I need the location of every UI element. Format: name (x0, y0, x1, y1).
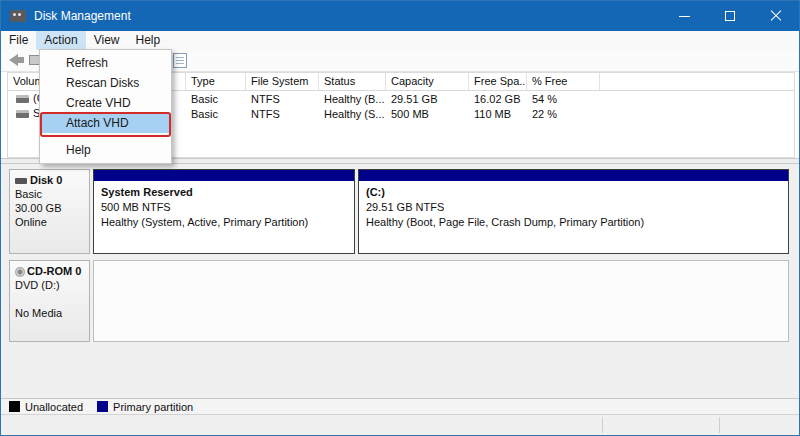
cdrom0-media-area[interactable] (93, 260, 789, 342)
volume-icon (16, 95, 29, 103)
column-header-pct-free[interactable]: % Free (527, 73, 600, 90)
partition-size: 29.51 GB NTFS (366, 200, 781, 215)
partition-status: Healthy (System, Active, Primary Partiti… (101, 215, 347, 230)
properties-icon[interactable] (173, 53, 187, 68)
volume-file-system: NTFS (246, 108, 319, 120)
menu-item-create-vhd[interactable]: Create VHD (40, 93, 171, 113)
cdrom0-label[interactable]: CD-ROM 0 DVD (D:) No Media (9, 260, 90, 342)
menu-item-attach-vhd[interactable]: Attach VHD (40, 113, 171, 133)
disk-status: No Media (15, 306, 84, 320)
partition-size: 500 MB NTFS (101, 200, 347, 215)
volume-status: Healthy (S... (319, 108, 386, 120)
maximize-button[interactable] (707, 1, 753, 31)
disk0-label[interactable]: Disk 0 Basic 30.00 GB Online (9, 169, 90, 254)
window-controls (661, 1, 799, 31)
disk-status: Online (15, 215, 84, 229)
legend-unallocated-label: Unallocated (25, 401, 83, 413)
column-header-file-system[interactable]: File System (246, 73, 319, 90)
volume-pct-free: 22 % (527, 108, 600, 120)
column-header-capacity[interactable]: Capacity (386, 73, 469, 90)
unallocated-swatch (9, 401, 20, 412)
volume-icon (16, 110, 29, 118)
partition-system-reserved[interactable]: System Reserved 500 MB NTFS Healthy (Sys… (93, 169, 355, 254)
status-bar-divider (602, 417, 603, 433)
disk-graph-pane: Disk 0 Basic 30.00 GB Online System Rese… (1, 164, 799, 398)
hard-disk-icon (15, 178, 27, 184)
disk-name: Disk 0 (30, 174, 62, 186)
disk-name: CD-ROM 0 (27, 265, 81, 277)
volume-capacity: 500 MB (386, 108, 469, 120)
volume-status: Healthy (B... (319, 93, 386, 105)
window-title: Disk Management (34, 9, 131, 23)
partition-c-drive[interactable]: (C:) 29.51 GB NTFS Healthy (Boot, Page F… (358, 169, 789, 254)
minimize-button[interactable] (661, 1, 707, 31)
menu-separator (42, 136, 169, 137)
disk-management-app-icon (10, 10, 26, 22)
menu-item-rescan-disks[interactable]: Rescan Disks (40, 73, 171, 93)
volume-file-system: NTFS (246, 93, 319, 105)
menu-action[interactable]: Action (36, 31, 85, 50)
minimize-icon (679, 16, 690, 17)
menu-view[interactable]: View (86, 31, 128, 50)
menu-item-help[interactable]: Help (40, 140, 171, 160)
titlebar: Disk Management (1, 1, 799, 31)
menu-bar: File Action View Help (1, 31, 799, 50)
partition-name: (C:) (366, 185, 781, 200)
volume-capacity: 29.51 GB (386, 93, 469, 105)
legend-bar: Unallocated Primary partition (1, 398, 799, 414)
close-icon (770, 10, 782, 22)
back-arrow-icon[interactable] (9, 54, 18, 66)
legend-primary-partition-label: Primary partition (113, 401, 193, 413)
menu-help[interactable]: Help (128, 31, 169, 50)
partition-color-bar (359, 170, 788, 182)
close-button[interactable] (753, 1, 799, 31)
disk-type: DVD (D:) (15, 278, 84, 292)
volume-type: Basic (186, 93, 246, 105)
menu-file[interactable]: File (1, 31, 36, 50)
disk-size: 30.00 GB (15, 201, 84, 215)
volume-pct-free: 54 % (527, 93, 600, 105)
primary-partition-swatch (97, 401, 108, 412)
column-header-free-space[interactable]: Free Spa... (469, 73, 527, 90)
partition-name: System Reserved (101, 185, 347, 200)
volume-type: Basic (186, 108, 246, 120)
action-menu-dropdown: Refresh Rescan Disks Create VHD Attach V… (39, 49, 172, 164)
partition-color-bar (94, 170, 354, 182)
cd-rom-icon (15, 267, 25, 277)
disk-type: Basic (15, 187, 84, 201)
column-header-status[interactable]: Status (319, 73, 386, 90)
partition-status: Healthy (Boot, Page File, Crash Dump, Pr… (366, 215, 781, 230)
volume-free-space: 16.02 GB (469, 93, 527, 105)
menu-item-refresh[interactable]: Refresh (40, 53, 171, 73)
maximize-icon (725, 11, 735, 21)
volume-free-space: 110 MB (469, 108, 527, 120)
status-bar (1, 414, 799, 435)
column-header-type[interactable]: Type (186, 73, 246, 90)
status-bar-divider (719, 417, 720, 433)
disk-management-window: Disk Management File Action View Help Vo… (0, 0, 800, 436)
